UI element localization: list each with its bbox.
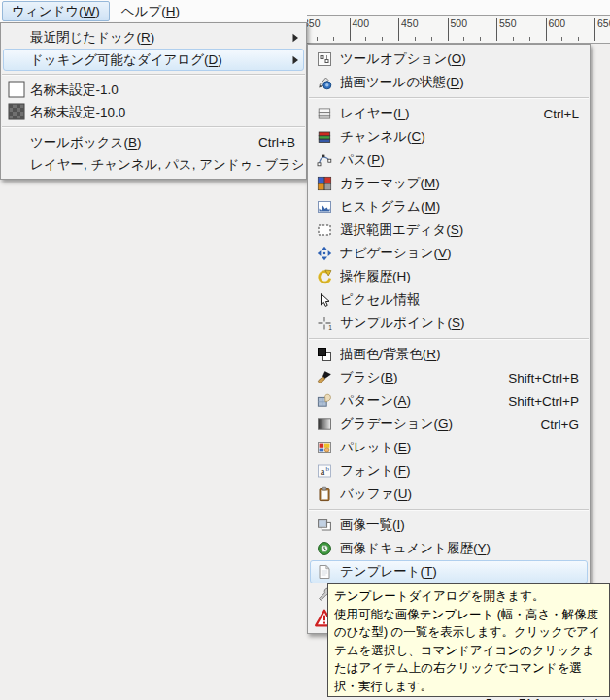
menu-item-gradients[interactable]: グラデーション(G) Ctrl+G xyxy=(310,413,588,436)
submenu-arrow-icon xyxy=(291,33,299,43)
menu-separator xyxy=(309,97,589,99)
menu-item-navigation[interactable]: ナビゲーション(V) xyxy=(310,242,588,265)
menu-item-tool-options[interactable]: ツールオプション(O) xyxy=(310,48,588,71)
palettes-icon xyxy=(315,438,334,457)
checker-image-thumbnail-icon xyxy=(8,103,25,120)
menu-item-layers-channels-paths-dock[interactable]: レイヤー, チャンネル, パス, アンドゥ - ブラシ… xyxy=(3,153,304,176)
ruler-minor-tick xyxy=(480,37,481,41)
menubar-item-window-label: ウィンドウ(W) xyxy=(12,3,100,20)
undo-history-icon xyxy=(315,267,334,286)
templates-icon xyxy=(315,562,334,582)
menu-item-recently-closed-docks[interactable]: 最近閉じたドック(R) xyxy=(3,26,304,49)
tooltip-help-hint: Press F1 for more help xyxy=(334,695,603,700)
horizontal-ruler: 350400450500550600650 xyxy=(307,15,610,44)
ruler-minor-tick xyxy=(463,37,464,41)
menu-item-device-status[interactable]: 描画ツールの状態(D) xyxy=(310,71,588,94)
brushes-icon xyxy=(315,368,334,387)
menu-item-palettes[interactable]: パレット(E) xyxy=(310,436,588,459)
menu-item-undo-history[interactable]: 操作履歴(H) xyxy=(310,265,588,288)
document-history-icon xyxy=(315,539,334,558)
ruler-label: 500 xyxy=(451,17,468,29)
ruler-label: 650 xyxy=(597,17,610,29)
buffers-icon xyxy=(315,484,334,504)
menu-item-fonts[interactable]: ab フォント(F) xyxy=(310,459,588,483)
menu-item-patterns[interactable]: パターン(A) Shift+Ctrl+P xyxy=(310,389,588,413)
menu-separator xyxy=(2,74,305,76)
svg-text:a: a xyxy=(321,466,325,477)
menu-item-buffers[interactable]: バッファ(U) xyxy=(310,483,588,506)
submenu-arrow-icon xyxy=(291,55,299,65)
sample-points-icon: 1 xyxy=(315,314,334,333)
patterns-icon xyxy=(315,391,334,411)
layers-icon xyxy=(315,104,334,123)
menu-item-images[interactable]: 画像一覧(I) xyxy=(310,514,588,537)
ruler-major-tick xyxy=(496,18,497,41)
ruler-major-tick xyxy=(546,18,547,41)
svg-text:b: b xyxy=(326,465,330,472)
templates-tooltip: テンプレートダイアログを開きます。 使用可能な画像テンプレート (幅・高さ・解像… xyxy=(327,583,610,697)
ruler-minor-tick xyxy=(333,37,334,41)
menu-item-sample-points[interactable]: 1 サンプルポイント(S) xyxy=(310,312,588,335)
menu-item-templates[interactable]: テンプレート(T) xyxy=(310,560,588,583)
channels-icon xyxy=(315,127,334,147)
ruler-minor-tick xyxy=(578,37,579,41)
ruler-major-tick xyxy=(350,18,351,41)
ruler-major-tick xyxy=(594,18,595,41)
ruler-label: 550 xyxy=(499,17,517,29)
menu-item-document-history[interactable]: 画像ドキュメント履歴(Y) xyxy=(310,537,588,560)
ruler-minor-tick xyxy=(365,37,366,41)
paths-icon xyxy=(315,150,334,170)
dockable-dialogs-submenu: ツールオプション(O) 描画ツールの状態(D) レイヤー(L) Ctrl+L チ… xyxy=(307,44,591,634)
svg-text:1: 1 xyxy=(328,324,332,331)
menu-item-untitled-1[interactable]: 名称未設定-1.0 xyxy=(3,79,304,101)
colormap-icon xyxy=(315,174,334,193)
menu-item-toolbox[interactable]: ツールボックス(B) Ctrl+B xyxy=(3,131,304,153)
navigation-icon xyxy=(315,244,334,263)
histogram-icon xyxy=(315,197,334,217)
menu-item-fg-bg-colors[interactable]: 描画色/背景色(R) xyxy=(310,343,588,366)
menu-item-dockable-dialogs[interactable]: ドッキング可能なダイアログ(D) xyxy=(3,49,304,71)
menu-separator xyxy=(309,338,589,340)
menubar-item-window[interactable]: ウィンドウ(W) xyxy=(2,1,110,21)
menu-separator xyxy=(2,126,305,128)
ruler-minor-tick xyxy=(561,37,562,41)
menu-item-colormap[interactable]: カラーマップ(M) xyxy=(310,172,588,195)
menu-item-selection-editor[interactable]: 選択範囲エディタ(S) xyxy=(310,218,588,242)
ruler-label: 350 xyxy=(307,17,321,29)
fg-bg-colors-icon xyxy=(315,345,334,364)
selection-editor-icon xyxy=(315,220,334,240)
ruler-major-tick xyxy=(398,18,399,41)
ruler-minor-tick xyxy=(529,37,530,41)
menu-item-pointer[interactable]: ピクセル情報 xyxy=(310,288,588,312)
tooltip-body: 使用可能な画像テンプレート (幅・高さ・解像度のひな型) の一覧を表示します。ク… xyxy=(334,606,603,696)
menubar-item-help-label: ヘルプ(H) xyxy=(121,3,180,20)
menu-item-histogram[interactable]: ヒストグラム(M) xyxy=(310,195,588,218)
menu-item-untitled-10[interactable]: 名称未設定-10.0 xyxy=(3,101,304,123)
ruler-label: 450 xyxy=(401,17,419,29)
menubar-item-help[interactable]: ヘルプ(H) xyxy=(112,1,189,21)
ruler-minor-tick xyxy=(317,37,318,41)
fonts-icon: ab xyxy=(315,461,334,481)
menu-item-channels[interactable]: チャンネル(C) xyxy=(310,125,588,149)
menu-item-layers[interactable]: レイヤー(L) Ctrl+L xyxy=(310,102,588,125)
tooltip-title: テンプレートダイアログを開きます。 xyxy=(334,587,603,606)
ruler-minor-tick xyxy=(513,37,514,41)
ruler-minor-tick xyxy=(382,37,383,41)
menu-item-brushes[interactable]: ブラシ(B) Shift+Ctrl+B xyxy=(310,366,588,389)
ruler-minor-tick xyxy=(431,37,432,41)
ruler-major-tick xyxy=(448,18,449,41)
window-menu-dropdown: 最近閉じたドック(R) ドッキング可能なダイアログ(D) 名称未設定-1.0 名… xyxy=(0,22,307,180)
ruler-label: 600 xyxy=(549,17,566,29)
images-icon xyxy=(315,516,334,535)
menu-item-paths[interactable]: パス(P) xyxy=(310,149,588,172)
ruler-label: 400 xyxy=(353,17,370,29)
menu-separator xyxy=(309,509,589,511)
gradients-icon xyxy=(315,415,334,434)
tool-options-icon xyxy=(315,50,334,69)
pointer-icon xyxy=(315,290,334,310)
device-status-icon xyxy=(315,73,334,92)
white-image-thumbnail-icon xyxy=(8,81,25,98)
ruler-minor-tick xyxy=(415,37,416,41)
